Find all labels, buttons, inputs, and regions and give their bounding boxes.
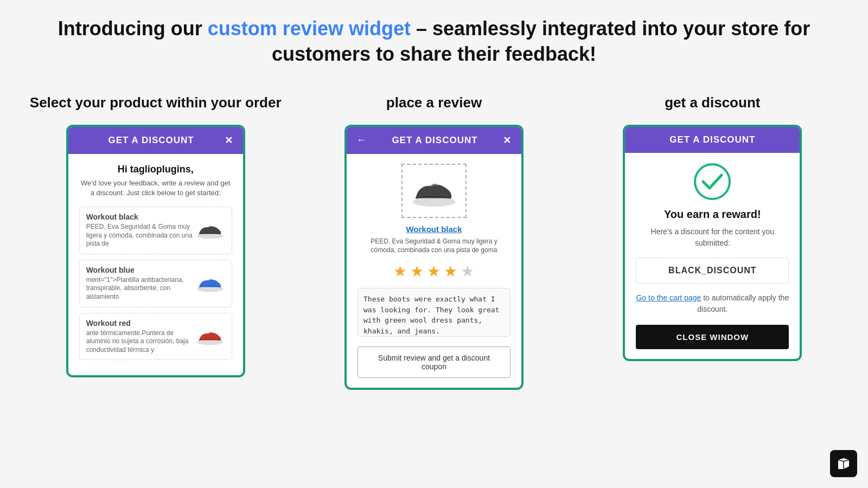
logo-icon	[835, 455, 852, 472]
star-2[interactable]: ★	[410, 262, 424, 280]
product-desc-2: ment="1">Plantilla antibacteriana, trans…	[86, 276, 195, 301]
widget-card-1: GET A DISCOUNT ✕ Hi taglioplugins, We'd …	[66, 125, 245, 378]
greeting-section: Hi taglioplugins, We'd love your feedbac…	[79, 164, 232, 198]
back-arrow-icon[interactable]: ←	[356, 134, 367, 146]
star-1[interactable]: ★	[393, 262, 407, 280]
shoe-icon-1	[195, 218, 225, 242]
close-window-button[interactable]: CLOSE WINDOW	[636, 325, 789, 349]
product-name-3: Workout red	[86, 319, 195, 328]
check-wrapper	[636, 163, 789, 201]
widget-header-2: ← GET A DISCOUNT ✕	[347, 127, 521, 154]
widget-card-2: ← GET A DISCOUNT ✕	[344, 125, 524, 390]
success-check-icon	[693, 163, 731, 201]
card2-product-name[interactable]: Workout black	[358, 224, 510, 234]
product-item-1[interactable]: Workout black PEED, Eva Seguridad & Goma…	[79, 207, 232, 254]
product-shoe-icon	[410, 169, 458, 213]
brand-logo	[830, 450, 857, 477]
columns-container: Select your product within your order GE…	[22, 94, 846, 390]
col3-heading: get a discount	[665, 94, 760, 111]
cart-link-text: Go to the cart page to automatically app…	[636, 292, 789, 315]
widget-header-3: GET A DISCOUNT	[625, 127, 800, 153]
close-icon-2[interactable]: ✕	[503, 134, 512, 146]
widget-title-3: GET A DISCOUNT	[635, 134, 790, 145]
page-wrapper: Introducing our custom review widget – s…	[0, 0, 868, 488]
cart-link-suffix: to automatically apply the discount.	[697, 293, 789, 313]
card2-product-desc: PEED, Eva Seguridad & Goma muy ligera y …	[358, 237, 510, 255]
title-highlight: custom review widget	[208, 17, 411, 40]
widget-title-2: GET A DISCOUNT	[367, 135, 503, 146]
reward-title: You earn a reward!	[636, 208, 789, 221]
widget-header-1: GET A DISCOUNT ✕	[68, 127, 243, 154]
product-image-box	[401, 164, 467, 218]
column-2: place a review ← GET A DISCOUNT ✕	[300, 94, 567, 390]
column-3: get a discount GET A DISCOUNT You earn a…	[579, 94, 846, 361]
star-3[interactable]: ★	[427, 262, 441, 280]
shoe-icon-3	[195, 324, 225, 349]
svg-point-4	[695, 164, 730, 199]
cart-page-link[interactable]: Go to the cart page	[636, 293, 701, 302]
discount-code: BLACK_DISCOUNT	[636, 258, 789, 284]
greeting-sub: We'd love your feedback, write a review …	[79, 178, 232, 198]
widget-card-3: GET A DISCOUNT You earn a reward! Here's…	[623, 125, 802, 361]
product-item-2[interactable]: Workout blue ment="1">Plantilla antibact…	[79, 260, 232, 307]
greeting-name: Hi taglioplugins,	[79, 164, 232, 175]
product-desc-1: PEED, Eva Seguridad & Goma muy ligera y …	[86, 223, 195, 248]
product-name-1: Workout black	[86, 213, 195, 221]
product-desc-3: ante térmicamente.Puntera de aluminio no…	[86, 329, 195, 355]
close-icon-1[interactable]: ✕	[225, 134, 233, 146]
main-title: Introducing our custom review widget – s…	[22, 16, 846, 67]
widget-body-2: Workout black PEED, Eva Seguridad & Goma…	[347, 154, 521, 388]
star-4[interactable]: ★	[444, 262, 457, 280]
star-5[interactable]: ★	[461, 262, 474, 280]
widget-body-1: Hi taglioplugins, We'd love your feedbac…	[68, 154, 243, 376]
widget-title-1: GET A DISCOUNT	[78, 135, 225, 146]
product-img-wrapper	[358, 164, 510, 218]
review-textarea[interactable]: These boots were exactly what I was look…	[358, 288, 510, 337]
widget-body-3: You earn a reward! Here's a discount for…	[625, 153, 800, 359]
reward-desc: Here's a discount for the content you su…	[636, 226, 789, 249]
submit-button[interactable]: Submit review and get a discount coupon	[358, 346, 510, 378]
title-part1: Introducing our	[58, 17, 208, 40]
product-name-2: Workout blue	[86, 266, 195, 274]
product-item-3[interactable]: Workout red ante térmicamente.Puntera de…	[79, 313, 232, 361]
column-1: Select your product within your order GE…	[22, 94, 289, 378]
stars-rating[interactable]: ★ ★ ★ ★ ★	[358, 262, 510, 280]
col1-heading: Select your product within your order	[30, 94, 282, 111]
shoe-icon-2	[195, 271, 225, 296]
col2-heading: place a review	[386, 94, 482, 111]
